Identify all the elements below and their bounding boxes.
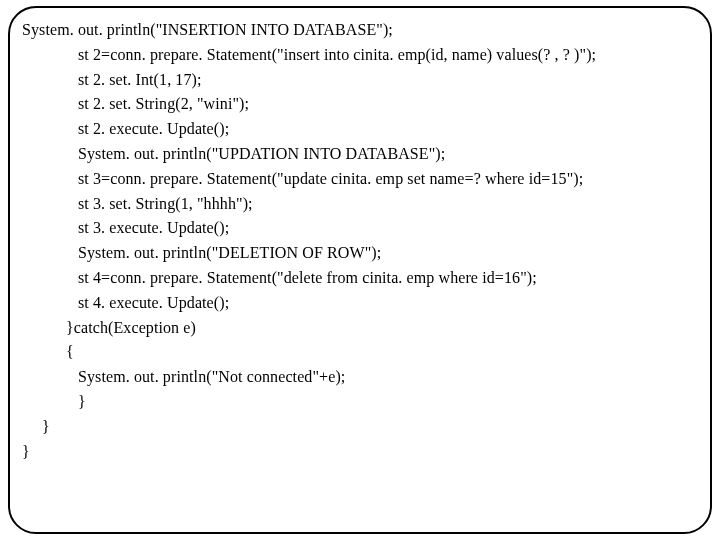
code-line: st 2. execute. Update(); [78,117,696,142]
code-frame: System. out. println("INSERTION INTO DAT… [8,6,712,534]
code-line: st 3. execute. Update(); [78,216,696,241]
code-line: System. out. println("Not connected"+e); [78,365,696,390]
code-line: } [22,440,696,465]
code-line: } [78,390,696,415]
code-line: st 2. set. String(2, "wini"); [78,92,696,117]
code-line: System. out. println("INSERTION INTO DAT… [22,18,696,43]
code-block: System. out. println("INSERTION INTO DAT… [22,18,696,464]
code-line: st 2=conn. prepare. Statement("insert in… [78,43,696,68]
code-line: { [66,340,696,365]
code-line: } [42,415,696,440]
code-line: st 3. set. String(1, "hhhh"); [78,192,696,217]
code-line: }catch(Exception e) [66,316,696,341]
code-line: st 4=conn. prepare. Statement("delete fr… [78,266,696,291]
code-line: st 2. set. Int(1, 17); [78,68,696,93]
code-line: st 4. execute. Update(); [78,291,696,316]
code-line: System. out. println("DELETION OF ROW"); [78,241,696,266]
code-line: System. out. println("UPDATION INTO DATA… [78,142,696,167]
code-line: st 3=conn. prepare. Statement("update ci… [78,167,696,192]
